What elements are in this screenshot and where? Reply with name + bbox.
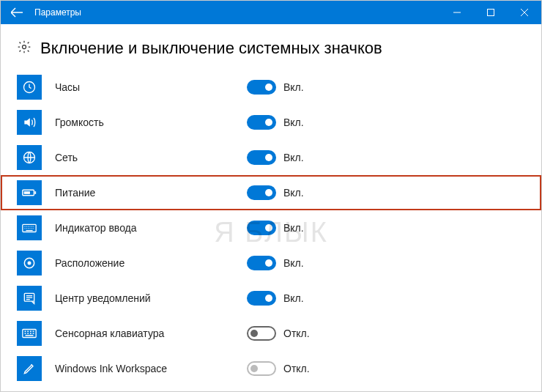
location-icon — [17, 251, 42, 275]
titlebar: Параметры — [1, 1, 541, 24]
settings-label: Сенсорная клавиатура — [42, 328, 247, 339]
ink-icon — [17, 356, 42, 381]
toggle[interactable] — [247, 221, 276, 235]
network-icon — [17, 145, 42, 170]
content: Включение и выключение системных значков… — [1, 24, 541, 386]
gear-icon — [17, 40, 31, 57]
toggle-label: Вкл. — [283, 187, 304, 199]
settings-list: ЧасыВкл.ГромкостьВкл.СетьВкл.ПитаниеВкл.… — [17, 70, 525, 386]
touchkbd-icon — [17, 321, 42, 346]
toggle-wrap: Вкл. — [247, 115, 304, 130]
page-title: Включение и выключение системных значков — [40, 39, 382, 58]
settings-row-location: РасположениеВкл. — [17, 245, 525, 281]
toggle-wrap: Вкл. — [247, 185, 304, 200]
settings-row-action: Центр уведомленийВкл. — [17, 281, 525, 316]
close-button[interactable] — [508, 1, 541, 24]
toggle-label: Вкл. — [283, 152, 304, 163]
toggle-label: Вкл. — [283, 117, 304, 128]
toggle[interactable] — [247, 150, 276, 165]
settings-label: Windows Ink Workspace — [42, 363, 247, 374]
minimize-button[interactable] — [440, 1, 474, 24]
toggle-wrap: Вкл. — [247, 256, 304, 270]
svg-rect-6 — [24, 191, 30, 194]
volume-icon — [17, 110, 42, 135]
toggle-label: Откл. — [283, 363, 310, 374]
clock-icon — [17, 75, 42, 100]
settings-row-keyboard: Индикатор вводаВкл. — [17, 210, 525, 245]
toggle[interactable] — [247, 80, 276, 95]
settings-row-network: СетьВкл. — [17, 140, 525, 175]
toggle-label: Вкл. — [283, 257, 304, 269]
toggle-wrap: Вкл. — [247, 291, 304, 306]
back-button[interactable] — [1, 1, 33, 24]
settings-row-ink: Windows Ink WorkspaceОткл. — [17, 351, 525, 386]
toggle-label: Вкл. — [283, 81, 304, 93]
toggle-label: Вкл. — [283, 222, 304, 234]
action-icon — [17, 286, 42, 311]
settings-label: Индикатор ввода — [42, 222, 247, 234]
keyboard-icon — [17, 215, 42, 240]
settings-label: Сеть — [42, 152, 247, 163]
toggle-wrap: Откл. — [247, 326, 310, 341]
toggle[interactable] — [247, 185, 276, 200]
toggle-wrap: Вкл. — [247, 150, 304, 165]
settings-label: Расположение — [42, 257, 247, 269]
settings-row-touchkbd: Сенсорная клавиатураОткл. — [17, 316, 525, 351]
toggle[interactable] — [247, 326, 276, 341]
settings-label: Часы — [42, 81, 247, 93]
window-title: Параметры — [33, 7, 81, 18]
toggle[interactable] — [247, 291, 276, 306]
toggle[interactable] — [247, 115, 276, 130]
settings-row-battery: ПитаниеВкл. — [1, 175, 541, 210]
maximize-button[interactable] — [474, 1, 508, 24]
settings-label: Питание — [42, 187, 247, 199]
toggle-label: Откл. — [283, 328, 310, 339]
toggle[interactable] — [247, 256, 276, 270]
toggle-wrap: Вкл. — [247, 221, 304, 235]
toggle-label: Вкл. — [283, 292, 304, 304]
heading-row: Включение и выключение системных значков — [17, 39, 525, 58]
toggle-wrap: Вкл. — [247, 80, 304, 95]
battery-icon — [17, 180, 42, 205]
toggle-wrap: Откл. — [247, 361, 310, 376]
settings-row-clock: ЧасыВкл. — [17, 70, 525, 105]
settings-label: Центр уведомлений — [42, 292, 247, 304]
svg-point-9 — [28, 262, 31, 265]
svg-point-1 — [23, 45, 26, 49]
settings-label: Громкость — [42, 117, 247, 128]
toggle — [247, 361, 276, 376]
svg-rect-0 — [488, 10, 494, 16]
svg-rect-5 — [34, 191, 36, 194]
settings-row-volume: ГромкостьВкл. — [17, 105, 525, 140]
